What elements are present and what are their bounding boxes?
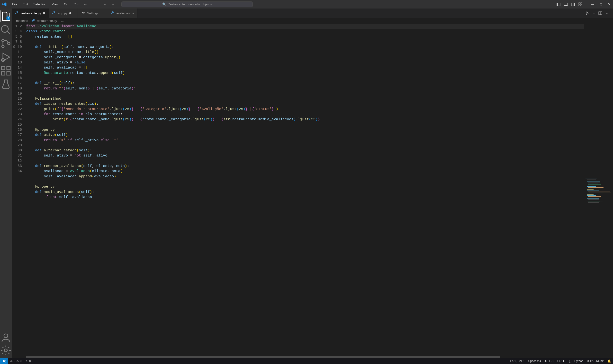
title-bar: File Edit Selection View Go Run ⋯ ← → 🔍 … <box>0 0 613 9</box>
svg-point-22 <box>16 12 16 12</box>
layout-controls: — ▢ ✕ <box>557 2 611 6</box>
svg-point-21 <box>4 349 7 352</box>
breadcrumb[interactable]: modelos › restaurante.py › ... <box>12 18 613 24</box>
minimap-preview-icon <box>585 25 612 357</box>
explorer-badge: 2 <box>6 16 10 20</box>
remote-indicator-icon[interactable] <box>0 358 8 364</box>
python-file-icon <box>110 11 114 15</box>
code-editor[interactable]: 1 2 3 4 5 6 7 8 9 10 11 12 13 14 15 16 1… <box>12 24 613 358</box>
status-language[interactable]: { } Python <box>567 359 585 363</box>
status-interpreter[interactable]: 3.12.3 64-bit <box>585 359 605 363</box>
layout-panel-icon[interactable] <box>564 2 568 6</box>
menu-selection[interactable]: Selection <box>31 1 49 7</box>
window-minimize-icon[interactable]: — <box>591 2 595 6</box>
svg-point-23 <box>53 12 54 12</box>
svg-rect-45 <box>589 193 611 193</box>
activity-extensions-icon[interactable] <box>0 65 12 77</box>
warning-icon: ⚠ <box>16 359 19 363</box>
svg-point-13 <box>2 45 4 48</box>
command-center[interactable]: 🔍 Restaurante_orientado_objetos <box>121 1 253 7</box>
status-errors: 0 <box>14 359 15 363</box>
status-cursor[interactable]: Ln 1, Col 6 <box>508 359 526 363</box>
tab-settings[interactable]: Settings <box>78 9 107 18</box>
scroll-thumb[interactable] <box>26 356 500 358</box>
menu-file[interactable]: File <box>10 1 20 7</box>
status-problems[interactable]: ⊗0 ⚠0 <box>8 359 23 363</box>
svg-point-10 <box>1 26 8 32</box>
activity-search-icon[interactable] <box>0 24 12 36</box>
status-ports[interactable]: ᯤ0 <box>23 359 33 363</box>
run-dropdown-icon[interactable]: ⌄ <box>593 11 595 15</box>
breadcrumb-folder[interactable]: modelos <box>16 19 28 23</box>
tab-label: app.py <box>58 12 67 15</box>
tab-avaliacao[interactable]: avaliacao.py <box>107 9 137 18</box>
svg-rect-49 <box>587 198 599 198</box>
activity-account-icon[interactable] <box>0 332 12 344</box>
tab-restaurante[interactable]: restaurante.py <box>12 9 49 18</box>
svg-rect-43 <box>588 191 610 192</box>
tab-app[interactable]: app.py <box>49 9 78 18</box>
line-numbers: 1 2 3 4 5 6 7 8 9 10 11 12 13 14 15 16 1… <box>12 24 26 358</box>
svg-rect-53 <box>588 203 599 203</box>
error-icon: ⊗ <box>10 359 13 363</box>
svg-rect-8 <box>579 5 580 6</box>
svg-rect-6 <box>579 3 580 4</box>
status-notifications-icon[interactable]: 🔔 <box>605 359 613 363</box>
activity-testing-icon[interactable] <box>0 78 12 90</box>
menu-bar: File Edit Selection View Go Run ⋯ <box>10 1 89 7</box>
nav-forward-icon[interactable]: → <box>110 2 116 7</box>
breadcrumb-file[interactable]: restaurante.py <box>37 19 57 23</box>
breadcrumb-tail[interactable]: ... <box>61 19 64 23</box>
svg-rect-18 <box>7 72 10 75</box>
svg-rect-33 <box>587 180 596 180</box>
svg-rect-51 <box>587 201 602 201</box>
svg-rect-16 <box>1 66 5 70</box>
layout-sidebar-left-icon[interactable] <box>557 2 560 6</box>
svg-rect-52 <box>588 202 600 202</box>
svg-point-12 <box>2 39 4 42</box>
more-actions-icon[interactable]: ⋯ <box>606 11 610 15</box>
menu-more-icon[interactable]: ⋯ <box>82 1 89 7</box>
window-close-icon[interactable]: ✕ <box>607 2 611 6</box>
status-ports-count: 0 <box>29 359 31 363</box>
svg-rect-3 <box>564 5 568 6</box>
svg-rect-31 <box>586 178 601 178</box>
code-content[interactable]: from .avaliacao import Avaliacao class R… <box>26 24 584 358</box>
svg-point-28 <box>112 12 112 12</box>
activity-scm-icon[interactable] <box>0 38 12 49</box>
svg-rect-34 <box>587 181 600 182</box>
python-file-icon <box>32 19 35 22</box>
menu-go[interactable]: Go <box>62 1 70 7</box>
horizontal-scrollbar[interactable] <box>26 356 584 358</box>
status-encoding[interactable]: UTF-8 <box>543 359 555 363</box>
menu-run[interactable]: Run <box>71 1 82 7</box>
split-editor-icon[interactable] <box>599 11 602 15</box>
radio-icon: ᯤ <box>25 359 28 363</box>
menu-edit[interactable]: Edit <box>20 1 30 7</box>
svg-rect-42 <box>587 190 599 191</box>
chevron-right-icon: › <box>29 19 30 23</box>
python-file-icon <box>52 11 56 15</box>
svg-rect-35 <box>588 182 600 182</box>
menu-view[interactable]: View <box>49 1 61 7</box>
activity-debug-icon[interactable] <box>0 51 12 63</box>
vscode-logo-icon <box>2 2 7 7</box>
minimap[interactable] <box>584 24 613 358</box>
status-bar: ⊗0 ⚠0 ᯤ0 Ln 1, Col 6 Spaces: 4 UTF-8 CRL… <box>0 358 613 364</box>
chevron-right-icon: › <box>59 19 60 23</box>
window-maximize-icon[interactable]: ▢ <box>599 2 603 6</box>
svg-point-14 <box>8 42 10 45</box>
activity-explorer-icon[interactable]: 2 <box>0 11 12 22</box>
run-icon[interactable] <box>585 11 589 15</box>
status-spaces[interactable]: Spaces: 4 <box>526 359 543 363</box>
svg-rect-48 <box>588 196 601 197</box>
activity-settings-icon[interactable] <box>0 345 12 356</box>
status-warnings: 0 <box>20 359 22 363</box>
activity-bar: 2 <box>0 9 12 358</box>
layout-customize-icon[interactable] <box>578 2 582 6</box>
layout-sidebar-right-icon[interactable] <box>571 2 575 6</box>
nav-arrows: ← → <box>102 2 116 7</box>
status-eol[interactable]: CRLF <box>555 359 567 363</box>
svg-rect-17 <box>1 72 5 75</box>
nav-back-icon[interactable]: ← <box>102 2 108 7</box>
